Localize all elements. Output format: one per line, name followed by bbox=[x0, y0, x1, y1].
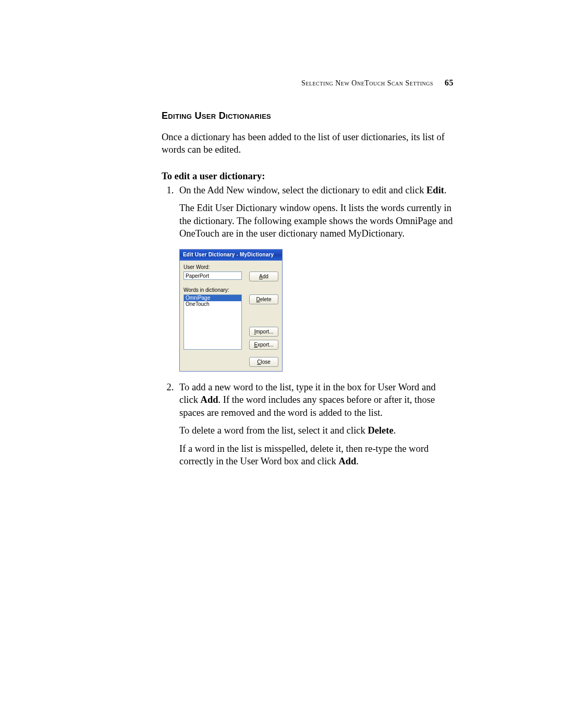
add-button[interactable]: Add bbox=[249, 272, 278, 281]
import-export-group: Import... Export... bbox=[249, 327, 278, 350]
close-button[interactable]: Close bbox=[249, 357, 278, 367]
running-title: Selecting New OneTouch Scan Settings bbox=[301, 79, 433, 87]
step-2-p2-bold: Delete bbox=[368, 425, 393, 436]
user-word-row: PaperPort Add bbox=[183, 272, 278, 281]
step-2-p3-bold: Add bbox=[338, 456, 356, 466]
step-2-p1-bold: Add bbox=[201, 394, 218, 405]
add-underline: A bbox=[259, 274, 263, 279]
step-list: On the Add New window, select the dictio… bbox=[162, 184, 454, 468]
add-rest: dd bbox=[263, 274, 268, 279]
dialog-body: User Word: PaperPort Add Words in dictio… bbox=[180, 261, 282, 371]
step-2-p3b: . bbox=[356, 456, 359, 466]
import-rest: mport... bbox=[255, 329, 273, 335]
page: Selecting New OneTouch Scan Settings 65 … bbox=[0, 0, 563, 728]
page-number: 65 bbox=[445, 78, 454, 87]
words-listbox[interactable]: OmniPage OneTouch bbox=[183, 294, 242, 350]
delete-rest: elete bbox=[260, 297, 272, 302]
step-1-text-a: On the Add New window, select the dictio… bbox=[179, 185, 426, 195]
dialog-titlebar: Edit User Dictionary - MyDictionary bbox=[180, 250, 282, 260]
step-1-bold-edit: Edit bbox=[426, 185, 444, 195]
step-1: On the Add New window, select the dictio… bbox=[176, 184, 454, 372]
list-item-omnipage[interactable]: OmniPage bbox=[184, 295, 241, 301]
close-rest: lose bbox=[261, 359, 270, 365]
dialog-screenshot: Edit User Dictionary - MyDictionary User… bbox=[179, 249, 454, 372]
edit-user-dictionary-dialog: Edit User Dictionary - MyDictionary User… bbox=[179, 249, 283, 372]
step-1-text-b: . bbox=[444, 185, 447, 195]
export-rest: xport... bbox=[258, 342, 274, 348]
delete-underline: D bbox=[256, 297, 260, 302]
user-word-label: User Word: bbox=[183, 264, 278, 270]
section-title: Editing User Dictionaries bbox=[162, 110, 454, 121]
step-2-p2a: To delete a word from the list, select i… bbox=[179, 425, 368, 436]
import-button[interactable]: Import... bbox=[249, 327, 278, 337]
delete-button[interactable]: Delete bbox=[249, 294, 278, 304]
intro-paragraph: Once a dictionary has been added to the … bbox=[162, 131, 454, 156]
running-header: Selecting New OneTouch Scan Settings 65 bbox=[162, 78, 454, 88]
words-in-dictionary-label: Words in dictionary: bbox=[183, 287, 278, 293]
content-area: Selecting New OneTouch Scan Settings 65 … bbox=[162, 78, 454, 475]
list-item-onetouch[interactable]: OneTouch bbox=[184, 301, 241, 307]
step-2-p3a: If a word in the list is misspelled, del… bbox=[179, 443, 429, 466]
user-word-input[interactable]: PaperPort bbox=[183, 272, 242, 280]
procedure-heading: To edit a user dictionary: bbox=[162, 171, 454, 182]
step-2-p2: To delete a word from the list, select i… bbox=[179, 424, 454, 437]
step-1-para2: The Edit User Dictionary window opens. I… bbox=[179, 202, 454, 240]
words-row: OmniPage OneTouch Delete Import... Expor… bbox=[183, 294, 278, 350]
step-2-p2b: . bbox=[394, 425, 396, 436]
step-2-p3: If a word in the list is misspelled, del… bbox=[179, 442, 454, 468]
step-2: To add a new word to the list, type it i… bbox=[176, 381, 454, 467]
export-button[interactable]: Export... bbox=[249, 340, 278, 350]
